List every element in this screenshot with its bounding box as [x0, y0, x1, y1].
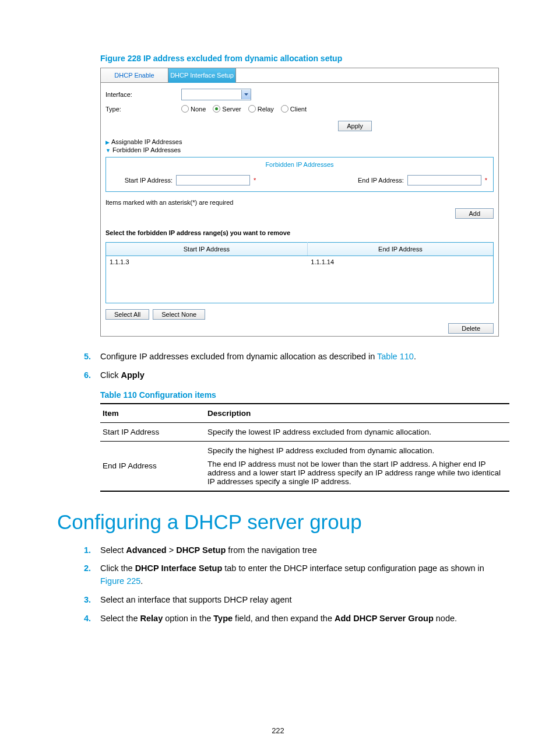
type-label: Type: [105, 106, 181, 113]
link-ref[interactable]: Figure 225 [100, 576, 140, 586]
figure-caption: Figure 228 IP address excluded from dyna… [100, 54, 499, 63]
forbidden-table: Start IP Address End IP Address 1.1.1.3 … [105, 242, 494, 303]
type-radio-relay-label: Relay [258, 106, 274, 113]
step-b-text-4: Select the Relay option in the Type fiel… [100, 612, 457, 625]
cell-end-ip: 1.1.1.14 [307, 256, 493, 268]
section-heading: Configuring a DHCP server group [57, 510, 499, 534]
config-table: Item Description Start IP Address Specif… [100, 403, 509, 492]
expander-forbidden-label: Forbidden IP Addresses [112, 146, 181, 153]
start-ip-input[interactable] [176, 175, 250, 186]
interface-label: Interface: [105, 91, 181, 98]
step-5-text: Configure IP addresses excluded from dyn… [100, 351, 416, 363]
step-b-num-3: 3. [84, 594, 100, 607]
step-b-num-4: 4. [84, 612, 100, 625]
type-radio-client-label: Client [290, 106, 307, 113]
type-radio-group: None Server Relay Client [181, 105, 307, 113]
select-all-button[interactable]: Select All [105, 309, 149, 320]
config-th-item: Item [100, 404, 205, 423]
col-start-ip: Start IP Address [106, 243, 308, 256]
step-num-6: 6. [84, 369, 100, 382]
steps-a: 5. Configure IP addresses excluded from … [84, 351, 499, 382]
step-6-text: Click Apply [100, 369, 145, 382]
step-b-num-2: 2. [84, 562, 100, 588]
config-item-start: Start IP Address [100, 422, 205, 441]
step-b-text-1: Select Advanced > DHCP Setup from the na… [100, 544, 317, 557]
type-radio-none[interactable]: None [181, 105, 206, 113]
type-radio-server[interactable]: Server [213, 105, 241, 113]
steps-b: 1.Select Advanced > DHCP Setup from the … [84, 544, 499, 625]
type-radio-relay[interactable]: Relay [248, 105, 274, 113]
page-number: 222 [0, 726, 556, 735]
remove-prompt: Select the forbidden IP address range(s)… [105, 229, 494, 236]
end-ip-input[interactable] [407, 175, 481, 186]
table-caption: Table 110 Configuration items [100, 390, 499, 400]
step-b-text-3: Select an interface that supports DHCP r… [100, 594, 292, 607]
start-ip-label: Start IP Address: [112, 177, 173, 184]
expander-assignable-label: Assignable IP Addresses [111, 138, 182, 145]
type-radio-none-label: None [191, 106, 206, 113]
dhcp-panel: DHCP Enable DHCP Interface Setup Interfa… [100, 68, 499, 337]
end-ip-label: End IP Address: [322, 177, 404, 184]
start-ip-asterisk: * [254, 177, 256, 184]
expander-forbidden[interactable]: Forbidden IP Addresses [105, 146, 494, 153]
forbidden-box: Forbidden IP Addresses Start IP Address:… [105, 157, 494, 192]
triangle-right-icon [105, 138, 110, 145]
tab-dhcp-enable[interactable]: DHCP Enable [101, 68, 168, 83]
apply-button[interactable]: Apply [338, 121, 372, 131]
type-radio-server-label: Server [222, 106, 241, 113]
type-radio-client[interactable]: Client [281, 105, 307, 113]
config-th-desc: Description [205, 404, 509, 423]
step-num-5: 5. [84, 351, 100, 363]
interface-select[interactable] [181, 89, 251, 100]
end-ip-asterisk: * [485, 177, 487, 184]
config-item-end: End IP Address [100, 441, 205, 491]
tab-filler [236, 68, 498, 83]
col-end-ip: End IP Address [307, 243, 493, 256]
link-table-110[interactable]: Table 110 [377, 352, 414, 361]
tab-dhcp-interface-setup[interactable]: DHCP Interface Setup [168, 68, 236, 83]
expander-assignable[interactable]: Assignable IP Addresses [105, 138, 494, 145]
delete-button[interactable]: Delete [448, 323, 494, 334]
step-b-num-1: 1. [84, 544, 100, 557]
chevron-down-icon[interactable] [241, 90, 251, 99]
config-desc-start: Specify the lowest IP address excluded f… [205, 422, 509, 441]
add-button[interactable]: Add [455, 208, 494, 219]
table-row[interactable]: 1.1.1.3 1.1.1.14 [106, 256, 494, 268]
config-desc-end: Specify the highest IP address excluded … [205, 441, 509, 491]
triangle-down-icon [105, 146, 111, 153]
select-none-button[interactable]: Select None [153, 309, 205, 320]
svg-marker-0 [244, 93, 248, 96]
forbidden-header: Forbidden IP Addresses [106, 158, 493, 172]
step-b-text-2: Click the DHCP Interface Setup tab to en… [100, 562, 499, 588]
required-note: Items marked with an asterisk(*) are req… [105, 199, 494, 206]
cell-start-ip: 1.1.1.3 [106, 256, 308, 268]
